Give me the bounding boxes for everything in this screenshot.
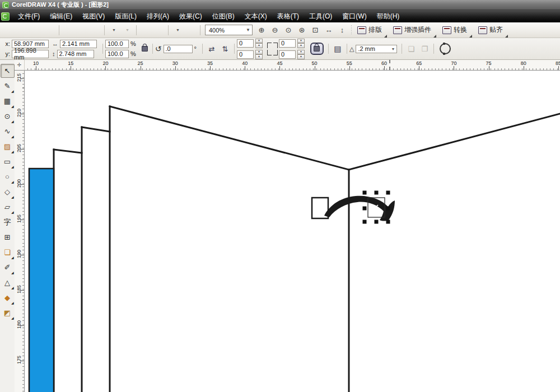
text-tool[interactable]: 字 — [1, 215, 15, 229]
paste-button[interactable] — [89, 24, 101, 36]
mirror-horizontal-button[interactable]: ⇄ — [205, 43, 218, 55]
menu-a[interactable]: 排列(A) — [142, 10, 174, 23]
crop-tool[interactable]: ▦◢ — [1, 94, 15, 108]
menu-h[interactable]: 帮助(H) — [372, 10, 405, 23]
menu-w[interactable]: 窗口(W) — [337, 10, 371, 23]
import-button[interactable] — [139, 24, 152, 36]
mirror-vertical-button[interactable]: ⇅ — [218, 43, 232, 55]
undo-button[interactable]: ▼ — [108, 24, 120, 36]
zoom-in-button[interactable]: ⊕ — [255, 24, 268, 36]
selection-handle[interactable] — [386, 207, 390, 211]
wrap-paragraph-text-button[interactable]: ▤ — [331, 43, 344, 55]
document-icon[interactable] — [1, 12, 10, 21]
ruler-origin-button[interactable]: ✛ — [15, 60, 25, 71]
convert-to-curves-button[interactable] — [440, 43, 451, 54]
zoom-level-dropdown[interactable]: 400%▼ — [205, 25, 253, 35]
ellipse-tool[interactable]: ○◢ — [1, 170, 15, 184]
title-bar: CorelDRAW X4 ( 专业版 ) - [图形2] — [0, 0, 560, 10]
pick-tool[interactable]: ↖ — [1, 64, 15, 78]
toolbox: ↖✎◢▦◢⊙◢∿◢▨◢▭◢○◢◇◢▱◢字⊞❏◢✐◢△◢◆◢◩◢ — [0, 60, 15, 392]
rotation-angle-field[interactable]: .0 — [164, 45, 193, 53]
scale-lock-icon[interactable] — [142, 46, 148, 52]
menu-t[interactable]: 表格(T) — [272, 10, 304, 23]
scale-y-field[interactable]: 100.0 — [105, 50, 129, 58]
app-launcher-button[interactable]: ▼ — [171, 24, 184, 36]
freehand-tool[interactable]: ∿◢ — [1, 124, 15, 138]
open-button[interactable] — [17, 24, 29, 36]
save-button[interactable] — [30, 24, 43, 36]
corner-field-2[interactable]: 0 — [237, 50, 254, 59]
to-back-of-layer-button[interactable]: ❏ — [404, 43, 418, 55]
round-corners-together-button[interactable] — [310, 43, 324, 55]
fill-tool[interactable]: ◆◢ — [1, 291, 15, 305]
blend-tool[interactable]: ❏◢ — [1, 245, 15, 259]
smart-fill-tool[interactable]: ▨◢ — [1, 139, 15, 153]
zoom-out-button[interactable]: ⊖ — [269, 24, 281, 36]
flyout-indicator: ◢ — [11, 165, 14, 169]
zoom-tool[interactable]: ⊙◢ — [1, 109, 15, 123]
zoom-selected-icon: ⊙ — [286, 26, 292, 34]
vertical-ruler[interactable]: 215210205200195190185180175 — [15, 70, 25, 392]
selection-handle[interactable] — [375, 191, 379, 195]
new-button[interactable] — [3, 24, 16, 36]
zoom-all-objects-button[interactable]: ⊛ — [296, 24, 308, 36]
rectangle-tool[interactable]: ▭◢ — [1, 155, 15, 169]
zoom-page-width-button[interactable]: ↔ — [323, 24, 335, 36]
hruler-label: 80 — [521, 60, 526, 66]
corner-field-4[interactable]: 0 — [279, 50, 296, 59]
selection-handle[interactable] — [363, 191, 367, 195]
horizontal-ruler[interactable]: 10152025303540455055606570758085 — [24, 60, 560, 71]
outline-width-dropdown[interactable]: .2 mm▼ — [356, 45, 397, 53]
menu-b[interactable]: 位图(B) — [207, 10, 240, 23]
selection-handle[interactable] — [386, 220, 390, 224]
selection-handle[interactable] — [375, 220, 379, 224]
spinner[interactable]: ▼▲ — [297, 50, 305, 59]
height-field[interactable]: 2.748 mm — [57, 50, 94, 58]
zoom-page-height-button[interactable]: ↕ — [336, 24, 348, 36]
snap-button[interactable]: 贴齐 — [475, 24, 507, 36]
spinner[interactable]: ▼▲ — [255, 50, 263, 59]
menu-l[interactable]: 版面(L) — [110, 10, 142, 23]
menu-o[interactable]: 工具(O) — [304, 10, 337, 23]
spinner[interactable]: ▼▲ — [255, 39, 263, 48]
convert-button[interactable]: 转换 — [439, 24, 472, 36]
drawing-canvas[interactable] — [24, 70, 560, 392]
enhancement-plugins-button[interactable]: 增强插件 — [390, 24, 436, 36]
polygon-tool-icon: ◇ — [4, 188, 10, 196]
selection-handle[interactable] — [386, 191, 390, 195]
welcome-screen-button[interactable] — [185, 24, 197, 36]
table-tool[interactable]: ⊞ — [1, 230, 15, 244]
redo-button[interactable]: ▼ — [121, 24, 133, 36]
panel-icon — [478, 26, 487, 34]
menu-x[interactable]: 文本(X) — [240, 10, 272, 23]
polygon-tool[interactable]: ◇◢ — [1, 185, 15, 199]
menu-f[interactable]: 文件(F) — [13, 10, 45, 23]
corner-field-3[interactable]: 0 — [279, 39, 296, 48]
menu-v[interactable]: 视图(V) — [77, 10, 110, 23]
zoom-selected-button[interactable]: ⊙ — [282, 24, 295, 36]
menu-c[interactable]: 效果(C) — [174, 10, 207, 23]
interactive-fill-tool[interactable]: ◩◢ — [1, 306, 15, 320]
selection-handle[interactable] — [363, 207, 367, 211]
hruler-label: 75 — [486, 60, 492, 66]
smart-fill-tool-icon: ▨ — [4, 142, 11, 151]
book-cover-rect[interactable] — [29, 169, 54, 392]
to-front-of-layer-button[interactable]: ❐ — [418, 43, 431, 55]
export-button[interactable] — [153, 24, 165, 36]
basic-shapes-tool[interactable]: ▱◢ — [1, 200, 15, 214]
shape-tool[interactable]: ✎◢ — [1, 79, 15, 93]
selection-handle[interactable] — [363, 220, 367, 224]
eyedropper-tool[interactable]: ✐◢ — [1, 260, 15, 274]
zoom-page-button[interactable]: ⊡ — [309, 24, 321, 36]
menu-e[interactable]: 编辑(E) — [45, 10, 77, 23]
print-button[interactable] — [44, 24, 56, 36]
outline-pen-tool[interactable]: △◢ — [1, 276, 15, 290]
copy-button[interactable] — [76, 24, 88, 36]
corner-field-1[interactable]: 0 — [237, 39, 254, 48]
y-position-field[interactable]: 196.898 mm — [12, 50, 49, 58]
width-field[interactable]: 2.141 mm — [60, 40, 97, 48]
scale-x-field[interactable]: 100.0 — [105, 40, 129, 48]
spinner[interactable]: ▼▲ — [297, 39, 305, 48]
cut-button[interactable] — [62, 24, 74, 36]
typesetting-button[interactable]: 排版 — [354, 24, 386, 36]
